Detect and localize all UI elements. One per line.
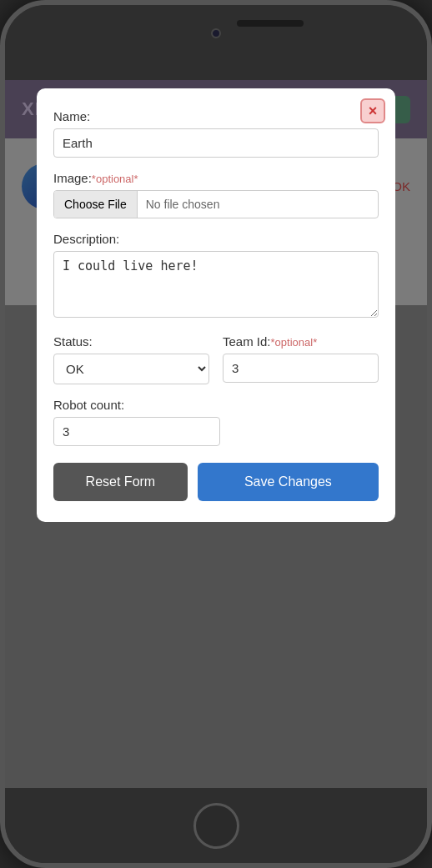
team-id-field-group: Team Id:*optional* xyxy=(223,334,379,384)
phone-screen: XPAND Sign Out Uranus lol !OK × Name: xyxy=(5,80,427,788)
file-name-display: No file chosen xyxy=(138,191,229,218)
form-actions: Reset Form Save Changes xyxy=(53,463,379,501)
team-id-optional-text: *optional* xyxy=(271,336,318,349)
team-id-label-text: Team Id: xyxy=(223,334,271,349)
team-id-label: Team Id:*optional* xyxy=(223,334,379,349)
home-button[interactable] xyxy=(193,803,239,849)
name-input[interactable] xyxy=(53,128,379,158)
choose-file-button[interactable]: Choose File xyxy=(54,191,138,218)
description-label: Description: xyxy=(53,232,379,246)
camera xyxy=(211,28,221,38)
description-textarea[interactable]: I could live here! xyxy=(53,251,379,318)
file-input-wrapper: Choose File No file chosen xyxy=(53,190,379,218)
name-field-group: Name: xyxy=(53,109,379,158)
modal-overlay: × Name: Image:*optional* Choose File No … xyxy=(5,80,427,788)
image-label-text: Image: xyxy=(53,171,92,185)
robot-count-input[interactable] xyxy=(53,417,220,446)
close-button[interactable]: × xyxy=(360,98,385,123)
team-id-input[interactable] xyxy=(223,354,379,383)
phone-frame: XPAND Sign Out Uranus lol !OK × Name: xyxy=(0,0,432,868)
save-changes-button[interactable]: Save Changes xyxy=(198,463,379,501)
phone-top-bezel xyxy=(5,5,427,80)
robot-count-label: Robot count: xyxy=(53,398,379,412)
robot-count-field-group: Robot count: xyxy=(53,398,379,446)
description-field-group: Description: I could live here! xyxy=(53,232,379,321)
edit-modal: × Name: Image:*optional* Choose File No … xyxy=(37,88,395,522)
status-teamid-row: Status: OK !OK pending Team Id:*optional… xyxy=(53,334,379,384)
status-label: Status: xyxy=(53,334,209,349)
image-field-group: Image:*optional* Choose File No file cho… xyxy=(53,171,379,218)
name-label: Name: xyxy=(53,109,379,123)
image-optional-text: *optional* xyxy=(92,173,138,185)
reset-form-button[interactable]: Reset Form xyxy=(53,463,188,501)
status-field-group: Status: OK !OK pending xyxy=(53,334,209,384)
status-select[interactable]: OK !OK pending xyxy=(53,354,209,384)
speaker xyxy=(237,20,304,27)
image-label: Image:*optional* xyxy=(53,171,379,185)
phone-bottom-bezel xyxy=(5,788,427,863)
